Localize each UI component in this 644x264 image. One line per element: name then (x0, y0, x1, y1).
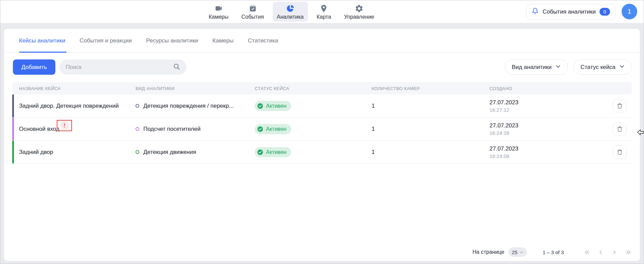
gear-icon (355, 4, 363, 13)
status-badge: Активен (255, 124, 291, 134)
search-icon (173, 63, 180, 72)
created-cell: 27.07.2023 16:27:12 (489, 99, 590, 113)
search-input[interactable] (66, 64, 173, 71)
toolbar: Добавить Вид аналитики Статус кейса (13, 59, 632, 75)
first-page-button[interactable] (584, 249, 590, 256)
chevron-down-icon (520, 250, 523, 254)
table-header: НАЗВАНИЕ КЕЙСА ВИД АНАЛИТИКИ СТАТУС КЕЙС… (12, 82, 632, 94)
tab-cameras[interactable]: Камеры (213, 29, 234, 52)
analytics-events-label: События аналитики (542, 8, 596, 15)
col-header-case-name: НАЗВАНИЕ КЕЙСА (12, 86, 136, 91)
map-pin-icon (319, 4, 328, 13)
created-cell: 27.07.2023 16:24:08 (489, 145, 590, 159)
trash-icon (616, 126, 623, 132)
col-header-case-status: СТАТУС КЕЙСА (255, 86, 372, 91)
check-circle-icon (257, 126, 263, 132)
analytics-type: Подсчет посетителей (136, 126, 255, 133)
pagination-bar: На странице 25 1 – 3 of 3 (472, 247, 632, 257)
page-size-select[interactable]: 25 (508, 247, 527, 257)
delete-case-button[interactable] (613, 122, 626, 136)
chevron-down-icon (619, 64, 625, 71)
camera-count: 1 (372, 126, 489, 133)
analytics-type-icon (136, 127, 139, 131)
top-navbar: Камеры События Аналитика Карта Управлени (0, 0, 644, 23)
check-circle-icon (257, 149, 263, 155)
tab-analytics-cases[interactable]: Кейсы аналитики (19, 29, 65, 52)
warning-highlight-box (57, 120, 72, 131)
nav-item-cameras[interactable]: Камеры (204, 2, 233, 22)
analytics-type-icon (136, 150, 139, 154)
nav-item-label: Управление (344, 14, 374, 20)
analytics-type: Детекция движения (136, 149, 255, 156)
filter-label: Вид аналитики (512, 64, 552, 71)
col-header-analytics-type: ВИД АНАЛИТИКИ (136, 86, 255, 91)
created-time: 16:24:28 (489, 130, 590, 136)
warning-annotation: ! (60, 121, 69, 130)
search-field[interactable] (59, 59, 186, 75)
page-size-value: 25 (512, 249, 518, 255)
analytics-type: Детекция повреждения / перекр... (136, 103, 255, 109)
events-count-badge: 0 (600, 8, 610, 16)
cases-table: НАЗВАНИЕ КЕЙСА ВИД АНАЛИТИКИ СТАТУС КЕЙС… (12, 82, 632, 164)
main-navigation: Камеры События Аналитика Карта Управлени (204, 0, 378, 23)
delete-case-button[interactable] (613, 145, 626, 159)
nav-item-analytics[interactable]: Аналитика (273, 2, 308, 22)
chevron-down-icon (555, 64, 561, 71)
tab-statistics[interactable]: Статистика (248, 29, 278, 52)
created-date: 27.07.2023 (489, 99, 590, 106)
page-tabs: Кейсы аналитики События и реакции Ресурс… (4, 29, 640, 53)
trash-icon (616, 103, 623, 109)
add-button[interactable]: Добавить (13, 59, 55, 75)
nav-item-map[interactable]: Карта (312, 2, 335, 22)
mouse-cursor (637, 129, 644, 137)
created-cell: 27.07.2023 16:24:28 (489, 122, 590, 136)
case-color-stripe (12, 118, 14, 140)
tab-analytics-resources[interactable]: Ресурсы аналитики (146, 29, 198, 52)
next-page-button[interactable] (611, 249, 618, 256)
delete-case-button[interactable] (613, 99, 626, 113)
camera-icon (214, 4, 223, 13)
per-page-label: На странице (472, 249, 504, 255)
events-icon (248, 4, 257, 13)
analytics-type-icon (136, 104, 139, 108)
case-name: Задний двор (12, 149, 136, 156)
status-badge: Активен (255, 101, 291, 111)
col-header-camera-count: КОЛИЧЕСТВО КАМЕР (372, 86, 489, 91)
case-name: Задний двор. Детекция повреждений (12, 103, 136, 109)
case-color-stripe (12, 94, 14, 117)
filter-label: Статус кейса (580, 64, 615, 71)
pager-controls (584, 249, 632, 256)
analytics-page-card: Кейсы аналитики События и реакции Ресурс… (4, 29, 640, 261)
nav-item-label: События (242, 14, 264, 20)
nav-item-label: Карта (317, 14, 331, 20)
status-badge: Активен (255, 147, 291, 157)
filter-analytics-type[interactable]: Вид аналитики (505, 59, 568, 75)
table-row[interactable]: Задний двор Детекция движения Активен 1 … (12, 141, 632, 164)
pie-chart-icon (286, 4, 294, 13)
trash-icon (616, 149, 623, 155)
last-page-button[interactable] (625, 249, 632, 256)
created-date: 27.07.2023 (489, 145, 590, 152)
col-header-created: СОЗДАНО (489, 86, 590, 91)
table-row[interactable]: Основной вход ! Подсчет посетителей Акти… (12, 118, 632, 141)
table-row[interactable]: Задний двор. Детекция повреждений Детекц… (12, 94, 632, 118)
tab-events-reactions[interactable]: События и реакции (79, 29, 132, 52)
analytics-events-button[interactable]: События аналитики 0 (526, 4, 615, 19)
camera-count: 1 (372, 103, 489, 109)
pagination-range: 1 – 3 of 3 (542, 249, 564, 255)
prev-page-button[interactable] (597, 249, 604, 256)
created-date: 27.07.2023 (489, 122, 590, 129)
filter-case-status[interactable]: Статус кейса (573, 59, 632, 75)
nav-item-label: Аналитика (277, 14, 304, 20)
camera-count: 1 (372, 149, 489, 156)
nav-item-management[interactable]: Управление (340, 2, 378, 22)
case-color-stripe (12, 141, 14, 163)
bell-icon (532, 7, 539, 16)
nav-item-label: Камеры (209, 14, 229, 20)
user-avatar[interactable]: 1 (622, 4, 637, 19)
nav-item-events[interactable]: События (237, 2, 268, 22)
created-time: 16:24:08 (489, 153, 590, 159)
case-name: Основной вход ! (12, 125, 136, 134)
created-time: 16:27:12 (489, 107, 590, 113)
check-circle-icon (257, 103, 263, 109)
